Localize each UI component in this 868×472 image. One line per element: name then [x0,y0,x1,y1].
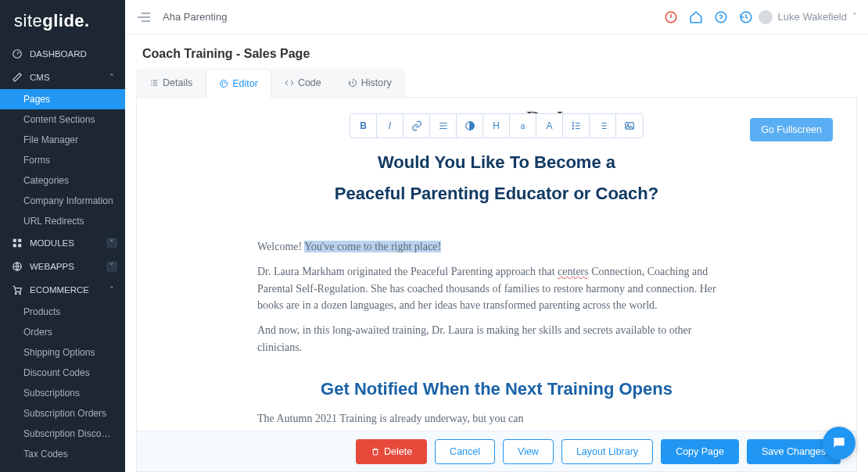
smalltext-button[interactable]: a [510,114,536,138]
svg-rect-3 [13,244,16,247]
text-toolbar: B I H a A [350,113,644,138]
globe-icon [11,261,23,272]
chevron-down-icon: ˅ [106,238,117,249]
sidebar-item-content-sections[interactable]: Content Sections [0,109,125,130]
sidebar-item-sub-discount[interactable]: Subscription Discou… [0,424,125,444]
nav-modules-label: MODULES [30,238,74,248]
tab-editor[interactable]: Editor [206,69,271,98]
editor-content[interactable]: I'm honored to be your guide. – Dr. Laur… [148,105,845,471]
chat-widget[interactable] [823,427,855,459]
topbar: Aha Parenting Luke Wakefield ˅ [125,0,868,34]
image-button[interactable] [616,114,643,138]
main-area: Aha Parenting Luke Wakefield ˅ Coach Tra… [125,0,868,472]
delete-button[interactable]: Delete [356,439,427,464]
sidebar-item-tax[interactable]: Tax Codes [0,444,125,464]
textcolor-button[interactable]: A [536,114,563,138]
svg-point-13 [222,84,223,84]
tab-code[interactable]: Code [271,69,335,97]
align-button[interactable] [430,114,457,138]
edit-icon [11,72,23,83]
nav-webapps-label: WEBAPPS [30,262,74,271]
page-title: Coach Training - Sales Page [142,47,851,61]
tab-history[interactable]: History [335,69,405,97]
menu-toggle-icon[interactable] [136,9,152,25]
section-heading: Get Notified When the Next Training Open… [257,379,736,399]
sidebar-item-subscriptions[interactable]: Subscriptions [0,383,125,403]
help-icon[interactable] [713,9,729,25]
paragraph-welcome: Welcome! You've come to the right place! [257,238,736,256]
brand-logo: siteglide. [0,0,125,42]
boxes-icon [11,238,23,249]
palette-icon [219,79,228,88]
italic-button[interactable]: I [377,114,404,138]
heading-button[interactable]: H [483,114,510,138]
svg-point-17 [572,128,573,129]
link-button[interactable] [404,114,430,138]
chevron-down-icon: ˅ [852,12,857,22]
view-button[interactable]: View [503,439,554,464]
svg-point-10 [221,80,228,87]
site-name: Aha Parenting [163,11,227,23]
nav-dashboard-label: DASHBOARD [30,49,87,59]
hero-heading: Would You Like To Become a Peaceful Pare… [257,149,736,207]
sidebar-item-file-manager[interactable]: File Manager [0,130,125,150]
svg-rect-2 [18,239,21,242]
chevron-up-icon: ˄ [106,72,117,83]
code-icon [285,78,294,88]
nav-cms-label: CMS [30,73,50,82]
top-icons [663,9,754,25]
sidebar-item-sub-orders[interactable]: Subscription Orders [0,403,125,424]
alert-icon[interactable] [663,9,679,25]
trash-icon [371,447,380,456]
sidebar-item-discount[interactable]: Discount Codes [0,363,125,383]
avatar [759,10,773,24]
nav-webapps[interactable]: WEBAPPS ˅ [0,255,125,278]
nav-modules[interactable]: MODULES ˅ [0,231,125,255]
nav-ecommerce[interactable]: ECOMMERCE ˄ [0,278,125,302]
svg-point-9 [716,12,726,23]
sidebar-item-shipping[interactable]: Shipping Options [0,342,125,363]
user-menu[interactable]: Luke Wakefield ˅ [759,10,857,24]
sidebar-item-products[interactable]: Products [0,302,125,322]
history-icon[interactable] [738,9,754,25]
sidebar-item-orders[interactable]: Orders [0,322,125,342]
chevron-up-icon: ˄ [106,284,117,295]
svg-rect-4 [18,244,21,247]
sidebar-item-url-redirects[interactable]: URL Redirects [0,211,125,231]
copy-page-button[interactable]: Copy Page [661,439,739,464]
fullscreen-button[interactable]: Go Fullscreen [750,118,833,141]
contrast-button[interactable] [457,114,483,138]
sidebar-item-forms[interactable]: Forms [0,150,125,170]
layout-library-button[interactable]: Layout Library [561,439,653,464]
list-icon [149,78,159,88]
sidebar-item-categories[interactable]: Categories [0,170,125,191]
home-icon[interactable] [688,9,704,25]
sidebar-item-pages[interactable]: Pages [0,89,125,109]
history-icon [348,78,357,88]
list-ol-button[interactable] [590,114,616,138]
svg-point-15 [572,123,573,123]
editor-panel: Go Fullscreen B I H a A I'm honored to b… [136,98,857,472]
gauge-icon [11,48,23,59]
paragraph-status: The Autumn 2021 Training is already unde… [257,410,736,427]
svg-point-7 [20,293,21,295]
svg-point-11 [222,81,223,82]
nav-ecommerce-label: ECOMMERCE [30,285,89,295]
nav-cms[interactable]: CMS ˄ [0,66,125,89]
tab-details[interactable]: Details [136,69,206,97]
page-tabs: Details Editor Code History [136,69,857,98]
sidebar: siteglide. DASHBOARD CMS ˄ Pages Content… [0,0,125,472]
cancel-button[interactable]: Cancel [435,439,495,464]
list-ul-button[interactable] [563,114,590,138]
page-title-row: Coach Training - Sales Page [125,34,868,69]
paragraph-about: Dr. Laura Markham originated the Peacefu… [257,263,736,314]
svg-point-6 [15,293,16,295]
paragraph-now: And now, in this long-awaited training, … [257,322,736,356]
nav-dashboard[interactable]: DASHBOARD [0,42,125,66]
user-name: Luke Wakefield [778,11,847,23]
svg-point-16 [572,125,573,126]
cart-icon [11,284,23,295]
sidebar-item-company-info[interactable]: Company Information [0,191,125,211]
bold-button[interactable]: B [350,114,377,138]
chevron-down-icon: ˅ [106,261,117,272]
